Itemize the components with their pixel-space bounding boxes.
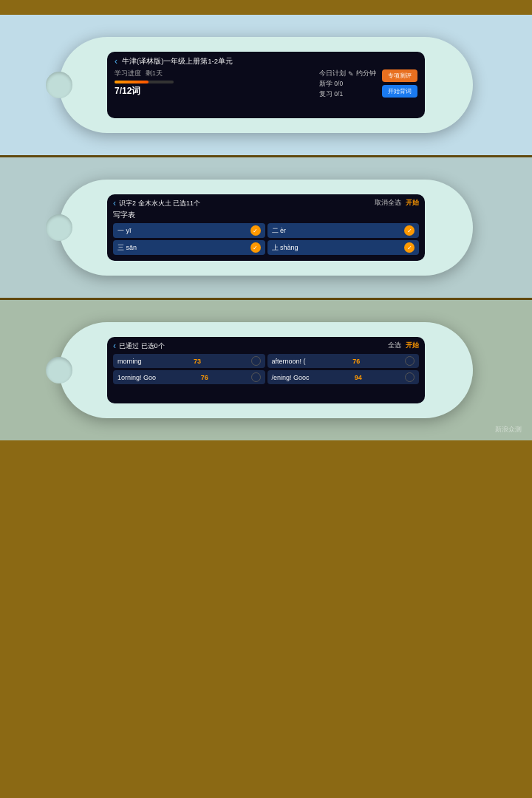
progress-bar-fill <box>115 81 149 83</box>
s2-check-yi: ✓ <box>250 225 261 236</box>
screen2-header: ‹ 识字2 金木水火土 已选11个 取消全选 开始 <box>113 198 419 208</box>
screen2-actions: 取消全选 开始 <box>375 199 419 208</box>
btn-test[interactable]: 专项测评 <box>382 69 417 82</box>
s3-circle-morning2[interactable] <box>251 372 261 382</box>
s2-check-shang: ✓ <box>404 242 415 253</box>
s3-item-morning[interactable]: morning 73 <box>113 354 265 368</box>
device-button-3[interactable] <box>46 357 72 383</box>
s2-grid: 一 yī ✓ 二 èr ✓ 三 sān ✓ 上 shàng ✓ <box>113 223 419 255</box>
s3-circle-morning[interactable] <box>251 356 261 366</box>
s2-char-san: 三 sān <box>117 243 137 253</box>
screen3-actions: 全选 开始 <box>388 341 419 350</box>
word-count: 7/12词 <box>115 85 313 98</box>
s3-word-morning: morning <box>117 358 142 365</box>
s3-score-evening: 94 <box>355 374 362 381</box>
btn-memorize[interactable]: 开始背词 <box>382 85 417 98</box>
s2-char-yi: 一 yī <box>117 226 132 236</box>
screen-1: ‹ 牛津(译林版)一年级上册第1-2单元 学习进度 剩1天 7/12词 今 <box>107 52 425 118</box>
s3-item-afternoon[interactable]: afternoon! ( 76 <box>267 354 420 368</box>
today-plan: 今日计划 ✎ 约分钟 <box>319 69 376 78</box>
screen1-right[interactable]: 专项测评 开始背词 <box>382 69 417 99</box>
select-all-btn[interactable]: 全选 <box>388 341 401 350</box>
screen1-title: 牛津(译林版)一年级上册第1-2单元 <box>122 57 233 66</box>
device-1: ‹ 牛津(译林版)一年级上册第1-2单元 学习进度 剩1天 7/12词 今 <box>59 37 473 133</box>
device-3: ‹ 已通过 已选0个 全选 开始 morning 73 afternoon! (… <box>59 322 473 418</box>
today-plan-time: 约分钟 <box>356 69 376 78</box>
s3-circle-evening[interactable] <box>405 372 415 382</box>
s2-item-yi[interactable]: 一 yī ✓ <box>113 223 265 238</box>
screen1-body: 学习进度 剩1天 7/12词 今日计划 ✎ 约分钟 新学 0/0 复习 <box>115 69 417 99</box>
s2-check-er: ✓ <box>404 225 415 236</box>
s3-score-morning2: 76 <box>201 374 208 381</box>
device-2: ‹ 识字2 金木水火土 已选11个 取消全选 开始 写字表 一 yī ✓ 二 è… <box>59 180 473 276</box>
s3-circle-afternoon[interactable] <box>405 356 415 366</box>
today-plan-icon: ✎ <box>348 70 354 78</box>
s3-word-afternoon: afternoon! ( <box>272 358 306 365</box>
s2-item-san[interactable]: 三 sān ✓ <box>113 240 265 255</box>
s2-item-shang[interactable]: 上 shàng ✓ <box>267 240 420 255</box>
start-btn-3[interactable]: 开始 <box>406 341 419 350</box>
s3-grid: morning 73 afternoon! ( 76 1orning! Goo … <box>113 354 419 384</box>
device-button-2[interactable] <box>46 214 72 241</box>
s3-word-morning2: 1orning! Goo <box>117 374 156 381</box>
s3-item-evening[interactable]: /ening! Gooc 94 <box>267 370 420 384</box>
new-words: 新学 0/0 <box>319 80 376 89</box>
device-section-3: ‹ 已通过 已选0个 全选 开始 morning 73 afternoon! (… <box>0 300 532 440</box>
s2-item-er[interactable]: 二 èr ✓ <box>267 223 420 238</box>
review-words: 复习 0/1 <box>319 90 376 99</box>
s2-check-san: ✓ <box>250 242 261 253</box>
back-arrow-3[interactable]: ‹ <box>113 341 116 351</box>
screen1-header: ‹ 牛津(译林版)一年级上册第1-2单元 <box>115 56 417 66</box>
s3-item-morning2[interactable]: 1orning! Goo 76 <box>113 370 265 384</box>
screen3-title: 已通过 已选0个 <box>119 341 385 351</box>
start-btn-2[interactable]: 开始 <box>406 199 419 208</box>
s3-word-evening: /ening! Gooc <box>272 374 310 381</box>
screen2-title: 识字2 金木水火土 已选11个 <box>119 199 372 208</box>
s3-score-afternoon: 76 <box>352 358 360 365</box>
screen-3: ‹ 已通过 已选0个 全选 开始 morning 73 afternoon! (… <box>107 337 425 403</box>
cancel-all-btn[interactable]: 取消全选 <box>375 199 401 208</box>
back-arrow-1[interactable]: ‹ <box>115 56 117 66</box>
screen1-middle: 今日计划 ✎ 约分钟 新学 0/0 复习 0/1 <box>319 69 376 99</box>
progress-label: 学习进度 <box>115 69 141 78</box>
device-section-1: ‹ 牛津(译林版)一年级上册第1-2单元 学习进度 剩1天 7/12词 今 <box>0 15 532 155</box>
s2-char-shang: 上 shàng <box>272 243 299 253</box>
screen1-left: 学习进度 剩1天 7/12词 <box>115 69 313 99</box>
s2-section-title: 写字表 <box>113 211 419 220</box>
s2-char-er: 二 èr <box>272 226 287 236</box>
progress-row: 学习进度 剩1天 <box>115 69 313 78</box>
today-plan-label: 今日计划 <box>319 69 346 78</box>
s3-score-morning: 73 <box>194 358 201 365</box>
device-button-1[interactable] <box>46 72 72 98</box>
screen-2: ‹ 识字2 金木水火土 已选11个 取消全选 开始 写字表 一 yī ✓ 二 è… <box>107 194 425 261</box>
watermark: 新浪众测 <box>495 425 522 434</box>
progress-bar-container <box>115 81 174 83</box>
progress-days: 剩1天 <box>146 69 163 78</box>
device-section-2: ‹ 识字2 金木水火土 已选11个 取消全选 开始 写字表 一 yī ✓ 二 è… <box>0 157 532 298</box>
screen3-header: ‹ 已通过 已选0个 全选 开始 <box>113 341 419 351</box>
back-arrow-2[interactable]: ‹ <box>113 198 116 208</box>
